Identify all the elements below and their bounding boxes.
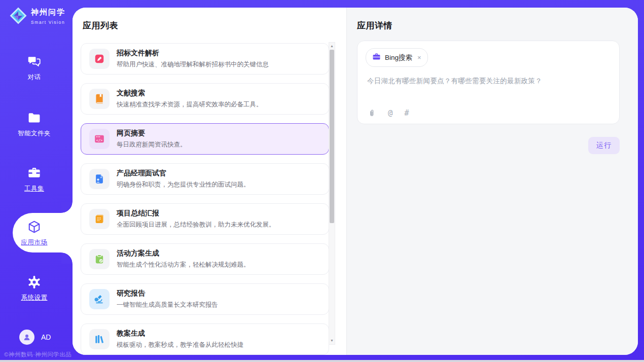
books-icon — [89, 329, 110, 349]
briefcase-icon — [372, 52, 381, 63]
toolbox-icon — [27, 166, 41, 180]
app-window: 神州问学 Smart Vision 对话智能文件夹工具集应用市场系统设置 AD … — [0, 0, 644, 362]
clipboard-check-icon — [89, 249, 110, 269]
sidebar-item-label: 工具集 — [0, 185, 68, 193]
app-card-text: 网页摘要每日政府新闻资讯快查。 — [117, 129, 187, 149]
app-card-description: 智能生成个性化活动方案，轻松解决规划难题。 — [117, 261, 250, 269]
prompt-card[interactable]: Bing搜索 × 今日湖北有哪些新闻要点？有哪些需要关注的最新政策？ @# — [357, 41, 620, 124]
user-initials: AD — [41, 333, 51, 341]
avatar[interactable] — [19, 330, 34, 345]
app-card-text: 招标文件解析帮助用户快速、准确地理解和解析招标书中的关键信息 — [117, 49, 269, 69]
app-card-description: 全面回顾项目进展，总结经验教训，助力未来优化发展。 — [117, 221, 275, 229]
app-card-title: 产品经理面试官 — [117, 169, 250, 178]
app-card-text: 活动方案生成智能生成个性化活动方案，轻松解决规划难题。 — [117, 249, 250, 269]
svg-text:</>: </> — [96, 138, 102, 142]
app-card-text: 研究报告一键智能生成高质量长文本研究报告 — [117, 289, 218, 309]
gear-icon — [27, 275, 41, 289]
person-doc-icon — [89, 169, 110, 189]
sidebar-item-label: 系统设置 — [0, 294, 68, 302]
diamond-logo-icon — [9, 7, 27, 27]
app-card-description: 快速精准查找学术资源，提高研究效率的必备工具。 — [117, 100, 263, 109]
app-card-text: 文献搜索快速精准查找学术资源，提高研究效率的必备工具。 — [117, 89, 263, 109]
app-list-title: 应用列表 — [83, 20, 118, 31]
brand-subtitle: Smart Vision — [31, 20, 65, 25]
scrollbar[interactable]: ▲ ▼ — [329, 42, 335, 345]
sidebar-item-label: 对话 — [0, 73, 68, 82]
prompt-text[interactable]: 今日湖北有哪些新闻要点？有哪些需要关注的最新政策？ — [367, 77, 610, 86]
user-account[interactable]: AD — [19, 330, 51, 345]
note-icon — [89, 209, 110, 229]
tool-tag-label: Bing搜索 — [385, 53, 412, 62]
app-card-description: 明确身份和职责，为您提供专业性的面试问题。 — [117, 180, 250, 189]
app-card-title: 文献搜索 — [117, 89, 263, 98]
app-card-title: 教案生成 — [117, 329, 243, 338]
paperclip-icon[interactable] — [367, 108, 376, 118]
app-card-7[interactable]: 教案生成模板驱动，教案秒成，教学准备从此轻松快捷 — [81, 323, 329, 355]
prompt-toolbar: @# — [367, 108, 409, 118]
app-card-description: 每日政府新闻资讯快查。 — [117, 140, 187, 149]
brand-title: 神州问学 — [31, 8, 65, 16]
bottom-edge-strip — [0, 360, 644, 362]
sidebar-item-label: 应用市场 — [0, 238, 68, 247]
app-card-title: 项目总结汇报 — [117, 209, 275, 218]
brand-logo: 神州问学 Smart Vision — [9, 7, 73, 27]
scrollbar-up-arrow[interactable]: ▲ — [329, 43, 335, 49]
sidebar-item-1[interactable]: 智能文件夹 — [0, 111, 68, 138]
app-card-5[interactable]: 活动方案生成智能生成个性化活动方案，轻松解决规划难题。 — [81, 243, 329, 275]
main-container: 应用列表 招标文件解析帮助用户快速、准确地理解和解析招标书中的关键信息文献搜索快… — [73, 8, 638, 355]
microscope-icon — [89, 289, 110, 309]
app-list-panel: 应用列表 招标文件解析帮助用户快速、准确地理解和解析招标书中的关键信息文献搜索快… — [73, 8, 346, 355]
app-card-title: 网页摘要 — [117, 129, 187, 138]
book-icon — [89, 89, 110, 109]
app-card-description: 模板驱动，教案秒成，教学准备从此轻松快捷 — [117, 341, 243, 349]
sidebar-item-3[interactable]: 应用市场 — [0, 220, 68, 247]
sidebar-item-4[interactable]: 系统设置 — [0, 275, 68, 302]
folder-icon — [27, 111, 41, 125]
sidebar-item-0[interactable]: 对话 — [0, 55, 68, 82]
sidebar: 神州问学 Smart Vision 对话智能文件夹工具集应用市场系统设置 AD … — [0, 0, 73, 362]
app-card-title: 招标文件解析 — [117, 49, 269, 58]
run-button[interactable]: 运行 — [588, 137, 620, 154]
app-detail-panel: 应用详情 Bing搜索 × 今日湖北有哪些新闻要点？有哪些需要关注的最新政策？ … — [347, 8, 638, 355]
app-card-title: 研究报告 — [117, 289, 218, 298]
doc-edit-icon — [89, 49, 110, 69]
app-detail-title: 应用详情 — [357, 20, 392, 31]
app-card-2[interactable]: </>网页摘要每日政府新闻资讯快查。 — [81, 123, 329, 155]
app-card-list: 招标文件解析帮助用户快速、准确地理解和解析招标书中的关键信息文献搜索快速精准查找… — [81, 43, 329, 355]
app-card-title: 活动方案生成 — [117, 249, 250, 258]
app-card-text: 教案生成模板驱动，教案秒成，教学准备从此轻松快捷 — [117, 329, 243, 349]
tool-tag-bing-search[interactable]: Bing搜索 × — [366, 48, 428, 67]
app-card-0[interactable]: 招标文件解析帮助用户快速、准确地理解和解析招标书中的关键信息 — [81, 43, 329, 75]
app-card-text: 项目总结汇报全面回顾项目进展，总结经验教训，助力未来优化发展。 — [117, 209, 275, 229]
copyright-footer: ©神州数码·神州问学出品 — [4, 351, 71, 358]
browser-code-icon: </> — [89, 129, 110, 149]
scrollbar-down-arrow[interactable]: ▼ — [329, 338, 335, 344]
chat-icon — [27, 55, 41, 68]
sidebar-item-label: 智能文件夹 — [0, 129, 68, 138]
at-icon[interactable]: @ — [388, 108, 392, 118]
app-card-description: 帮助用户快速、准确地理解和解析招标书中的关键信息 — [117, 60, 269, 69]
hash-icon[interactable]: # — [404, 108, 409, 118]
app-card-4[interactable]: 项目总结汇报全面回顾项目进展，总结经验教训，助力未来优化发展。 — [81, 203, 329, 235]
app-card-description: 一键智能生成高质量长文本研究报告 — [117, 301, 218, 309]
sidebar-item-2[interactable]: 工具集 — [0, 166, 68, 193]
cube-icon — [27, 220, 41, 234]
app-card-1[interactable]: 文献搜索快速精准查找学术资源，提高研究效率的必备工具。 — [81, 83, 329, 115]
app-card-6[interactable]: 研究报告一键智能生成高质量长文本研究报告 — [81, 283, 329, 315]
app-card-3[interactable]: 产品经理面试官明确身份和职责，为您提供专业性的面试问题。 — [81, 163, 329, 195]
scrollbar-thumb[interactable] — [330, 50, 334, 223]
close-icon[interactable]: × — [417, 54, 421, 61]
app-card-text: 产品经理面试官明确身份和职责，为您提供专业性的面试问题。 — [117, 169, 250, 189]
